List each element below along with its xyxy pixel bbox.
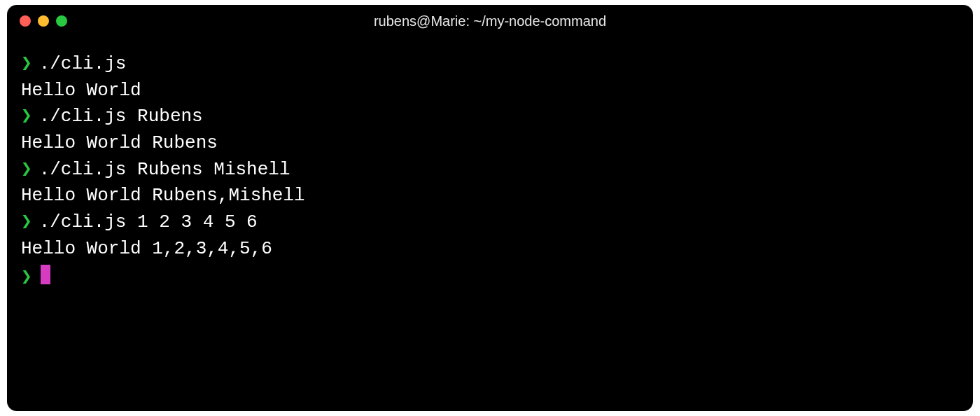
window-title: rubens@Marie: ~/my-node-command (7, 13, 973, 29)
close-icon[interactable] (20, 15, 31, 27)
prompt-symbol: ❯ (21, 104, 32, 130)
minimize-icon[interactable] (38, 15, 49, 27)
output-text: Hello World (21, 78, 141, 104)
output-line: Hello World Rubens (21, 130, 959, 157)
command-text: ./cli.js Rubens Mishell (39, 157, 290, 183)
command-text: ./cli.js (39, 51, 127, 78)
prompt-symbol: ❯ (21, 265, 32, 291)
output-line: Hello World 1,2,3,4,5,6 (21, 236, 959, 263)
output-line: Hello World Rubens,Mishell (21, 183, 959, 209)
command-line: ❯ ./cli.js Rubens (21, 104, 959, 130)
terminal-body[interactable]: ❯ ./cli.js Hello World ❯ ./cli.js Rubens… (7, 37, 973, 411)
current-prompt-line[interactable]: ❯ (21, 263, 959, 291)
terminal-window: rubens@Marie: ~/my-node-command ❯ ./cli.… (7, 5, 973, 411)
title-bar: rubens@Marie: ~/my-node-command (7, 5, 973, 37)
command-line: ❯ ./cli.js 1 2 3 4 5 6 (21, 209, 959, 236)
output-line: Hello World (21, 78, 959, 104)
traffic-lights (20, 15, 67, 27)
output-text: Hello World 1,2,3,4,5,6 (21, 236, 272, 263)
prompt-symbol: ❯ (21, 209, 32, 236)
prompt-symbol: ❯ (21, 51, 32, 78)
output-text: Hello World Rubens (21, 130, 218, 157)
cursor-block (41, 265, 50, 284)
maximize-icon[interactable] (56, 15, 67, 27)
prompt-symbol: ❯ (21, 157, 32, 183)
command-line: ❯ ./cli.js (21, 51, 959, 78)
command-line: ❯ ./cli.js Rubens Mishell (21, 157, 959, 183)
output-text: Hello World Rubens,Mishell (21, 183, 305, 209)
command-text: ./cli.js 1 2 3 4 5 6 (39, 209, 258, 236)
command-text: ./cli.js Rubens (39, 104, 203, 130)
